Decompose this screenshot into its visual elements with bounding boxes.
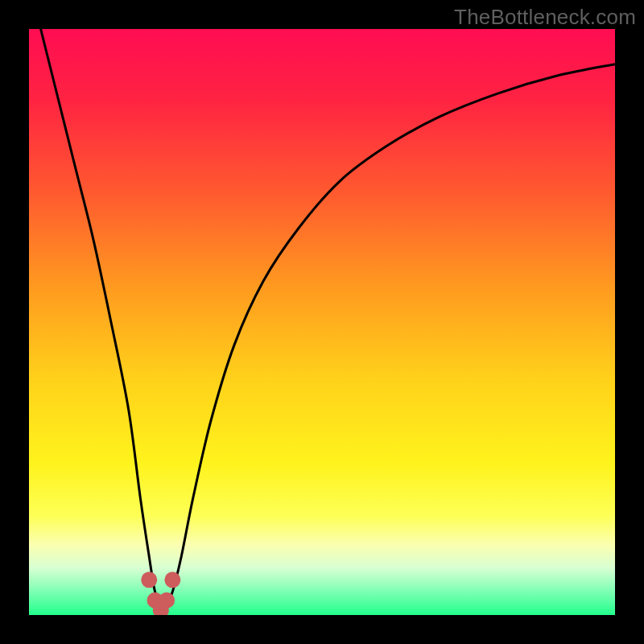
watermark-label: TheBottleneck.com xyxy=(454,5,636,30)
chart-frame: TheBottleneck.com xyxy=(0,0,644,644)
gradient-background xyxy=(29,29,615,615)
valley-marker xyxy=(141,572,157,588)
chart-plot-area xyxy=(29,29,615,615)
chart-svg xyxy=(29,29,615,615)
valley-marker xyxy=(164,572,180,588)
